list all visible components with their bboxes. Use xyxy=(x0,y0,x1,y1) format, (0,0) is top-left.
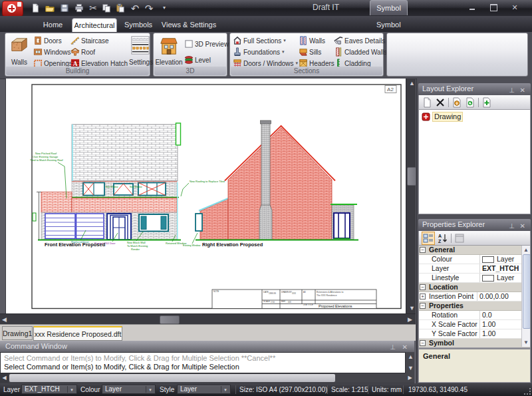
layout-list: Drawing xyxy=(418,110,531,214)
cladded-walls-button[interactable]: Cladded Walls xyxy=(334,47,387,57)
level-button[interactable]: Level xyxy=(184,55,211,65)
resize-grip[interactable] xyxy=(524,388,531,395)
svg-text:New Window: New Window xyxy=(106,186,118,188)
property-row[interactable]: LayerEXT_HTCH xyxy=(419,264,530,274)
import-layout-icon[interactable] xyxy=(452,97,462,108)
front-elevation-title: Front Elevation Proposed xyxy=(45,242,106,248)
new-layout-icon[interactable] xyxy=(422,97,432,108)
eaves-details-button[interactable]: Eaves Details xyxy=(334,35,385,46)
properties-explorer-close-icon[interactable]: ✕ xyxy=(520,220,525,232)
checkbox-icon xyxy=(184,39,194,49)
canvas-horizontal-scrollbar[interactable]: ◀ ▶ xyxy=(0,313,416,324)
add-layout-icon[interactable] xyxy=(481,97,492,108)
tab-symbols[interactable]: Symbols xyxy=(120,18,157,32)
titlebar: ✂ ↶ ↷ ▾ Draft IT Symbol ✕ xyxy=(0,0,532,16)
group-label-sections: Sections xyxy=(231,67,382,75)
category-row[interactable]: −Symbol xyxy=(419,339,530,348)
svg-text:1:50: 1:50 xyxy=(271,301,275,303)
tab-views-settings[interactable]: Views & Settings xyxy=(160,18,218,32)
full-sections-icon xyxy=(233,36,242,45)
qat-customize-caret[interactable]: ▾ xyxy=(158,2,170,14)
paste-button[interactable] xyxy=(114,2,126,14)
maximize-button[interactable] xyxy=(485,3,501,13)
layout-explorer-titlebar: Layout Explorer ⊥ ✕ xyxy=(418,83,531,95)
app-menu-button[interactable] xyxy=(2,1,23,17)
category-row[interactable]: −Location xyxy=(419,283,530,292)
pin-icon[interactable]: ⊥ xyxy=(509,220,515,232)
command-window-body[interactable]: Select Command or Item(s) to Modify, Cli… xyxy=(0,352,406,373)
windows-button[interactable]: Windows xyxy=(33,47,71,57)
save-button[interactable] xyxy=(59,2,70,14)
colour-label: Colour xyxy=(80,386,100,393)
ribbon-group-building: Walls Doors Windows Openings Staircase R… xyxy=(5,33,150,77)
property-row[interactable]: LinestyleLayer xyxy=(419,274,530,283)
tab-home[interactable]: Home xyxy=(35,18,71,32)
svg-text:Z: Z xyxy=(438,239,442,244)
walls-sections-button[interactable]: Walls xyxy=(299,35,325,46)
category-row[interactable]: −General xyxy=(419,246,530,255)
walls-button[interactable]: Walls xyxy=(7,35,32,67)
command-window-hscrollbar[interactable]: ◀ ▶ xyxy=(0,373,414,383)
colour-combo[interactable]: Layer▾ xyxy=(102,385,156,394)
properties-explorer-titlebar: Properties Explorer ⊥ ✕ xyxy=(418,219,531,231)
copy-button[interactable] xyxy=(100,2,112,14)
minimize-button[interactable] xyxy=(464,3,480,13)
style-combo[interactable]: Layer▾ xyxy=(177,385,231,394)
roof-button[interactable]: Roof xyxy=(70,47,95,57)
property-row[interactable]: X Scale Factor1.00 xyxy=(419,320,530,329)
command-window-vscrollbar[interactable]: ▲ ▼ xyxy=(406,352,414,373)
foundations-button[interactable]: Foundations▾ xyxy=(233,47,285,57)
draft-it-window: ✂ ↶ ↷ ▾ Draft IT Symbol ✕ Home Architect… xyxy=(0,0,532,396)
svg-text:New Window: New Window xyxy=(130,186,142,188)
doors-button[interactable]: Doors xyxy=(33,35,62,46)
command-window: Command Window ⊥ ✕ Select Command or Ite… xyxy=(0,341,414,383)
svg-text:1999.99: 1999.99 xyxy=(269,292,276,295)
3d-preview-checkbox[interactable]: 3D Preview xyxy=(184,39,229,49)
sort-az-icon[interactable]: AZ xyxy=(438,233,448,244)
walls-icon xyxy=(9,36,29,55)
eaves-details-icon xyxy=(334,36,343,45)
settings-button[interactable]: Settings xyxy=(132,35,149,67)
print-button[interactable] xyxy=(73,2,85,14)
canvas-vertical-scrollbar[interactable]: ▲ ▼ xyxy=(406,79,416,313)
svg-text:SCALE: SCALE xyxy=(263,300,270,303)
pin-icon[interactable]: ⊥ xyxy=(509,85,515,96)
property-row[interactable]: +Insertion Point0.00,0.00 xyxy=(419,292,530,301)
right-dock: Layout Explorer ⊥ ✕ Drawing Pr xyxy=(416,79,532,383)
sills-button[interactable]: Sills xyxy=(299,47,321,57)
cladded-walls-icon xyxy=(334,47,343,57)
walls-sections-icon xyxy=(299,36,308,45)
full-sections-button[interactable]: Full Sections▾ xyxy=(233,35,286,46)
svg-text:Proposed Elevations: Proposed Elevations xyxy=(319,304,352,308)
elevation-button[interactable]: Elevation xyxy=(155,35,183,67)
svg-text:A3: A3 xyxy=(303,291,306,294)
new-file-button[interactable] xyxy=(29,2,41,14)
layout-explorer-close-icon[interactable]: ✕ xyxy=(520,85,525,96)
layout-item-drawing[interactable]: Drawing xyxy=(422,112,530,122)
category-row[interactable]: −Properties xyxy=(419,301,530,311)
undo-button[interactable]: ↶ xyxy=(129,2,141,14)
open-file-button[interactable] xyxy=(44,2,56,14)
property-row[interactable]: Y Scale Factor1.00 xyxy=(419,329,530,339)
categorized-view-button[interactable] xyxy=(422,232,435,245)
close-button[interactable]: ✕ xyxy=(507,3,523,13)
refresh-layout-icon[interactable] xyxy=(465,97,475,108)
command-window-close-icon[interactable]: ✕ xyxy=(402,342,408,353)
svg-text:NOTE: NOTE xyxy=(213,290,219,293)
tab-architectural[interactable]: Architectural xyxy=(72,18,117,32)
property-row[interactable]: ColourLayer xyxy=(419,255,530,264)
drawing-canvas[interactable]: A2 New Window New Window xyxy=(5,79,406,313)
cut-button[interactable]: ✂ xyxy=(87,2,99,14)
staircase-button[interactable]: Staircase xyxy=(70,35,109,46)
property-pages-icon[interactable] xyxy=(454,233,465,244)
delete-layout-icon[interactable] xyxy=(435,97,446,108)
property-row[interactable]: Rotation0.0 xyxy=(419,311,530,320)
pin-icon[interactable]: ⊥ xyxy=(390,342,396,353)
properties-scrollbar[interactable]: ▲ ▼ xyxy=(521,246,530,347)
layer-combo[interactable]: EXT_HTCH▾ xyxy=(21,385,77,394)
redo-button[interactable]: ↷ xyxy=(143,2,155,14)
tab-symbol-contextual[interactable]: Symbol xyxy=(376,21,401,29)
roof-icon xyxy=(70,47,80,57)
tab-residence-proposed[interactable]: xxx Residence Proposed.dft xyxy=(33,326,122,341)
tab-drawing1[interactable]: Drawing1 xyxy=(2,326,33,340)
